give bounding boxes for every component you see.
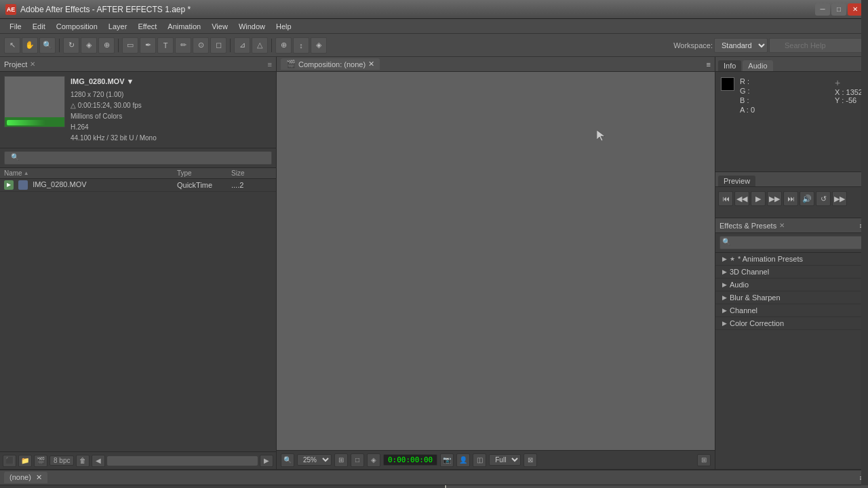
timecode[interactable]: 0:00:00:00 bbox=[383, 454, 437, 466]
comp-tab-close[interactable]: ✕ bbox=[368, 60, 374, 68]
expand-arrow: ▶ bbox=[722, 307, 727, 314]
last-frame-button[interactable]: ⏭ bbox=[783, 191, 798, 206]
mini-playbar[interactable] bbox=[107, 456, 258, 466]
transparency-button[interactable]: ◫ bbox=[473, 453, 486, 467]
minimize-button[interactable]: ─ bbox=[815, 3, 830, 16]
play-button[interactable]: ▶ bbox=[751, 191, 766, 206]
project-panel-menu[interactable]: ≡ bbox=[268, 60, 272, 68]
region-of-interest[interactable]: ⊠ bbox=[524, 453, 537, 467]
delete-button[interactable]: 🗑 bbox=[76, 455, 90, 467]
anchor-tool[interactable]: ⊕ bbox=[275, 37, 292, 54]
menu-composition[interactable]: Composition bbox=[51, 21, 103, 32]
menu-effect[interactable]: Effect bbox=[132, 21, 162, 32]
effect-category-3d-channel[interactable]: ▶ 3D Channel bbox=[715, 266, 868, 279]
eraser-tool[interactable]: ◻ bbox=[210, 37, 226, 54]
search-help-input[interactable] bbox=[769, 38, 864, 53]
preview-controls: ⏮ ◀◀ ▶ ▶▶ ⏭ 🔊 ↺ ▶▶ bbox=[715, 187, 868, 210]
timeline-tab[interactable]: (none) ✕ bbox=[4, 472, 47, 483]
close-button[interactable]: ✕ bbox=[848, 3, 863, 16]
menu-edit[interactable]: Edit bbox=[27, 21, 51, 32]
thumb-image bbox=[5, 77, 64, 117]
file-type-icon: ▶ bbox=[4, 180, 14, 190]
stamp-tool[interactable]: ⊙ bbox=[193, 37, 209, 54]
menu-window[interactable]: Window bbox=[233, 21, 271, 32]
comp-panel-menu[interactable]: ≡ bbox=[707, 60, 711, 68]
window-controls: ─ □ ✕ bbox=[815, 3, 863, 16]
prev-frame-button[interactable]: ◀◀ bbox=[734, 191, 749, 206]
col-name-header[interactable]: Name ▲ bbox=[4, 169, 177, 177]
new-folder-button[interactable]: 📁 bbox=[18, 455, 32, 467]
timeline-body: 🔍 ⊕ 🎬 ⊙ ✒ ◈ ↻ ⊕ ▷ 👁 🔊 ◉ 🔒 bbox=[0, 485, 868, 488]
col-type-header[interactable]: Type bbox=[177, 169, 231, 177]
align-tool[interactable]: ◈ bbox=[311, 37, 327, 54]
effect-category-audio[interactable]: ▶ Audio bbox=[715, 279, 868, 291]
effect-category-animation-presets[interactable]: ▶ ★ * Animation Presets bbox=[715, 253, 868, 266]
comp-viewport[interactable] bbox=[277, 72, 715, 450]
menu-animation[interactable]: Animation bbox=[162, 21, 206, 32]
rect-tool[interactable]: ▭ bbox=[122, 37, 138, 54]
comp-zoom-out[interactable]: 🔍 bbox=[281, 453, 294, 467]
brush-tool[interactable]: ✏ bbox=[175, 37, 191, 54]
camera-tool[interactable]: ◈ bbox=[81, 37, 97, 54]
audio-toggle[interactable]: 🔊 bbox=[800, 191, 814, 206]
mouse-cursor bbox=[597, 130, 608, 141]
menu-help[interactable]: Help bbox=[271, 21, 297, 32]
comp-settings-button[interactable]: ⊞ bbox=[697, 454, 711, 466]
pin-tool[interactable]: ⊿ bbox=[234, 37, 250, 54]
interpret-footage-button[interactable]: ⬛ bbox=[3, 455, 16, 467]
main-layout: Project ✕ ≡ IMG_0280.MOV ▼ 868 x 488 (1… bbox=[0, 57, 868, 469]
effects-search-input[interactable] bbox=[719, 236, 864, 249]
menu-file[interactable]: File bbox=[4, 21, 27, 32]
effects-panel-close[interactable]: ✕ bbox=[779, 222, 785, 229]
project-search-input[interactable] bbox=[4, 151, 272, 165]
quality-select[interactable]: Full bbox=[489, 454, 521, 466]
next-button[interactable]: ▶ bbox=[260, 455, 273, 467]
select-tool[interactable]: ↖ bbox=[4, 37, 20, 54]
project-panel-close[interactable]: ✕ bbox=[30, 60, 35, 68]
puppet-tool[interactable]: △ bbox=[252, 37, 268, 54]
window-title: Adobe After Effects - AFTER EFFECTS 1.ae… bbox=[20, 5, 815, 14]
hand-tool[interactable]: ✋ bbox=[22, 37, 38, 54]
file-list-row[interactable]: ▶ IMG_0280.MOV QuickTime ....2 bbox=[0, 179, 276, 192]
position-tool[interactable]: ↕ bbox=[293, 37, 309, 54]
effect-category-blur-sharpen[interactable]: ▶ Blur & Sharpen bbox=[715, 291, 868, 304]
effect-category-color-correction[interactable]: ▶ Color Correction bbox=[715, 317, 868, 330]
snapshot-button[interactable]: 📷 bbox=[440, 453, 454, 467]
info-a-label: A : 0 bbox=[740, 106, 788, 114]
effect-category-channel[interactable]: ▶ Channel bbox=[715, 304, 868, 317]
project-search-icon: 🔍 bbox=[11, 153, 19, 161]
timeline-area: (none) ✕ ≡ 🔍 ⊕ 🎬 ⊙ ✒ ◈ ↻ ⊕ ▷ bbox=[0, 469, 868, 488]
next-frame-button[interactable]: ▶▶ bbox=[767, 191, 782, 206]
audio-tab[interactable]: Audio bbox=[743, 60, 772, 71]
pen-tool[interactable]: ✒ bbox=[140, 37, 156, 54]
ram-preview-button[interactable]: ▶▶ bbox=[832, 191, 847, 206]
maximize-button[interactable]: □ bbox=[831, 3, 846, 16]
grid-button[interactable]: ⊞ bbox=[334, 453, 348, 467]
preview-tab[interactable]: Preview bbox=[718, 176, 755, 186]
show-snapshot-button[interactable]: 👤 bbox=[456, 453, 470, 467]
plus-icon: + bbox=[835, 77, 840, 88]
menu-layer[interactable]: Layer bbox=[103, 21, 133, 32]
zoom-tool[interactable]: 🔍 bbox=[39, 37, 56, 54]
first-frame-button[interactable]: ⏮ bbox=[718, 191, 733, 206]
type-tool[interactable]: T bbox=[157, 37, 174, 54]
loop-button[interactable]: ↺ bbox=[816, 191, 831, 206]
workspace-select[interactable]: Standard bbox=[714, 38, 768, 53]
rotate-tool[interactable]: ↻ bbox=[63, 37, 79, 54]
zoom-select[interactable]: 25% bbox=[297, 454, 332, 466]
col-size-header[interactable]: Size bbox=[231, 169, 272, 177]
effects-presets-panel: Effects & Presets ✕ ≡ 🔍 ▶ ★ * Animation … bbox=[715, 218, 868, 469]
file-name: IMG_0280.MOV ▼ bbox=[71, 76, 272, 88]
category-label: Color Correction bbox=[730, 319, 784, 327]
safe-zones-button[interactable]: □ bbox=[351, 453, 364, 467]
expand-arrow: ▶ bbox=[722, 256, 727, 262]
effects-scrollbar[interactable] bbox=[861, 218, 868, 469]
comp-tab[interactable]: 🎬 Composition: (none) ✕ bbox=[281, 58, 380, 70]
pan-tool[interactable]: ⊕ bbox=[98, 37, 115, 54]
menu-view[interactable]: View bbox=[206, 21, 233, 32]
snap-button[interactable]: ◈ bbox=[367, 453, 380, 467]
timeline-tab-close[interactable]: ✕ bbox=[36, 473, 42, 481]
prev-button[interactable]: ◀ bbox=[92, 455, 105, 467]
new-comp-button[interactable]: 🎬 bbox=[34, 455, 47, 467]
info-tab[interactable]: Info bbox=[718, 60, 741, 71]
